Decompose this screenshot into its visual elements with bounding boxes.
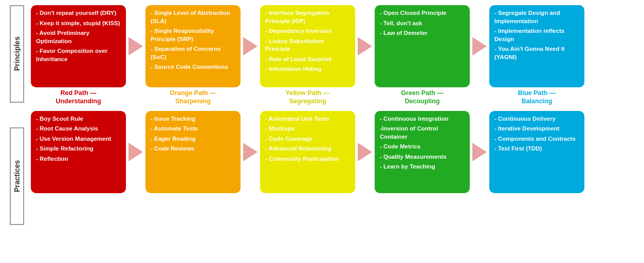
arrow-icon-6 [243,143,257,161]
pr-red-1: - Boy Scout Rule [36,115,121,123]
arrow-icon-8 [472,143,487,161]
pr-orange-3: - Eager Reading [151,135,235,143]
blue-path-label: Blue Path —Balancing [489,89,584,106]
principles-blue-card: - Segregate Design and Implementation - … [489,5,584,87]
arrow-3 [355,37,375,55]
p-red-2: - Keep it simple, stupid (KISS) [36,20,121,28]
arrow-7 [355,143,375,161]
p-red-1: - Don't repeat yourself (DRY) [36,9,121,17]
arrow-5 [126,143,145,161]
principles-section: - Don't repeat yourself (DRY) - Keep it … [31,5,641,109]
pr-orange-1: - Issue Tracking [151,115,235,123]
label-column: Principles Practices [3,5,31,225]
p-red-4: - Favor Composition over Inheritance [36,47,121,63]
pr-green-3: - Code Metrics [380,143,465,151]
pr-red-4: - Simple Refactoring [36,145,121,153]
practices-yellow-card: - Automated Unit Tests - Mockups - Code … [260,111,355,193]
green-path-label: Green Path —Decoupling [375,89,470,106]
pr-yellow-4: - Advanced Refactoring [265,145,350,153]
main-container: Principles Practices - Don't repeat your… [3,5,641,225]
pr-blue-3: - Components and Contracts [494,135,579,143]
principles-label: Principles [10,5,24,103]
arrow-2 [241,37,260,55]
p-blue-2: - Implementation reflects Design [494,27,579,43]
pr-green-5: - Learn by Teaching [380,163,465,171]
p-orange-1: - Single Level of Abstraction (SLA) [151,9,235,25]
pr-red-3: - Use Version Management [36,135,121,143]
yellow-path-label: Yellow Path —Segregating [260,89,355,106]
arrow-icon-5 [128,143,143,161]
p-green-2: - Tell, don't ask [380,20,465,28]
p-red-3: - Avoid Preliminary Optimization [36,29,121,45]
pr-green-1: - Continuous Integration [380,115,465,123]
path-labels-row: Red Path —Understanding Orange Path —Sha… [31,89,641,106]
practices-section: - Boy Scout Rule - Root Cause Analysis -… [31,111,641,193]
pr-green-4: - Quality Measurements [380,153,465,161]
pr-yellow-5: - Community Participation [265,155,350,163]
p-yellow-4: - Rule of Least Surprise [265,55,350,64]
p-blue-1: - Segregate Design and Implementation [494,9,579,25]
arrow-icon-1 [128,37,143,55]
pr-orange-2: - Automate Tests [151,125,235,133]
p-blue-3: - You Ain't Gonna Need It (YAGNI) [494,45,579,61]
practices-blue-card: - Continuous Delivery - Iterative Develo… [489,111,584,193]
principles-green-card: - Open Closed Principle - Tell, don't as… [375,5,470,87]
arrow-icon-3 [358,37,372,55]
practices-label: Practices [10,127,24,225]
arrow-8 [470,143,489,161]
p-orange-2: - Single Responsibility Principle (SRP) [151,27,235,43]
practices-cards-row: - Boy Scout Rule - Root Cause Analysis -… [31,111,641,193]
orange-path-label: Orange Path —Sharpening [145,89,241,106]
principles-orange-card: - Single Level of Abstraction (SLA) - Si… [145,5,241,87]
arrow-icon-4 [472,37,487,55]
p-yellow-5: - Information Hiding [265,65,350,73]
arrow-6 [241,143,260,161]
pr-red-5: - Reflection [36,155,121,163]
practices-orange-card: - Issue Tracking - Automate Tests - Eage… [145,111,241,193]
p-green-1: - Open Closed Principle [380,9,465,17]
p-yellow-3: - Liskov Substitution Principle [265,37,350,53]
principles-cards-row: - Don't repeat yourself (DRY) - Keep it … [31,5,641,87]
pr-orange-4: - Code Reviews [151,145,235,153]
pr-blue-4: - Test First (TDD) [494,145,579,153]
arrow-icon-7 [358,143,372,161]
pr-green-2: -Inversion of Control Container [380,125,465,141]
p-yellow-2: - Dependency Inversion [265,27,350,35]
principles-red-card: - Don't repeat yourself (DRY) - Keep it … [31,5,126,87]
pr-blue-1: - Continuous Delivery [494,115,579,123]
p-orange-4: - Source Code Conventions [151,63,235,71]
arrow-icon-2 [243,37,257,55]
pr-yellow-3: - Code Coverage [265,135,350,143]
p-yellow-1: - Interface Segregation Principle (ISP) [265,9,350,25]
pr-yellow-1: - Automated Unit Tests [265,115,350,123]
content-area: - Don't repeat yourself (DRY) - Keep it … [31,5,641,225]
red-path-label: Red Path —Understanding [31,89,126,106]
practices-red-card: - Boy Scout Rule - Root Cause Analysis -… [31,111,126,193]
p-orange-3: - Separation of Concerns (SoC) [151,45,235,61]
arrow-1 [126,37,145,55]
arrow-4 [470,37,489,55]
practices-green-card: - Continuous Integration -Inversion of C… [375,111,470,193]
principles-yellow-card: - Interface Segregation Principle (ISP) … [260,5,355,87]
p-green-3: - Law of Demeter [380,29,465,37]
pr-blue-2: - Iterative Development [494,125,579,133]
pr-yellow-2: - Mockups [265,125,350,133]
pr-red-2: - Root Cause Analysis [36,125,121,133]
